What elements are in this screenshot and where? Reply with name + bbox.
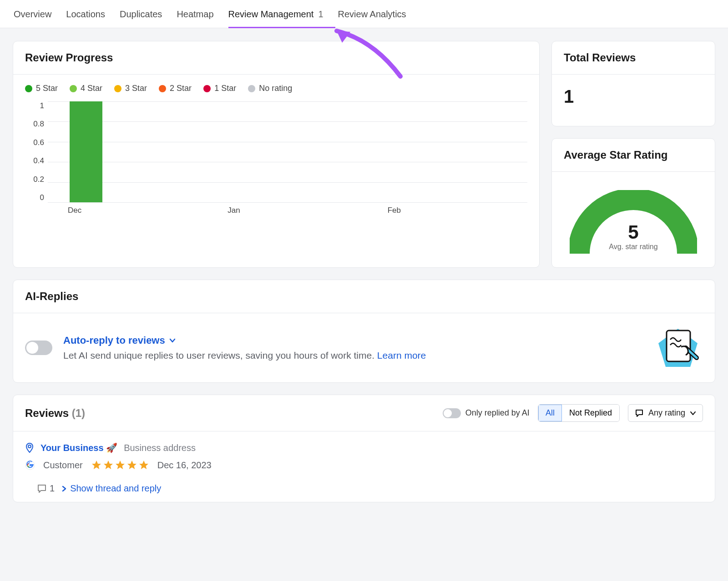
reply-filter-segment: All Not Replied bbox=[538, 404, 620, 422]
review-date: Dec 16, 2023 bbox=[157, 460, 212, 471]
rocket-icon: 🚀 bbox=[106, 443, 117, 453]
star-icon bbox=[115, 460, 126, 471]
business-name-link[interactable]: Your Business 🚀 bbox=[40, 442, 117, 453]
legend-item: 3 Star bbox=[114, 84, 147, 93]
tab-duplicates[interactable]: Duplicates bbox=[120, 0, 162, 28]
reviews-title: Reviews (1) bbox=[25, 407, 85, 420]
chart-bar bbox=[70, 101, 102, 202]
chat-bubble-icon bbox=[635, 409, 644, 418]
map-pin-icon bbox=[25, 443, 34, 453]
legend-item: 5 Star bbox=[25, 84, 58, 93]
tab-badge: 1 bbox=[318, 9, 323, 20]
show-thread-link[interactable]: Show thread and reply bbox=[61, 483, 161, 494]
reviews-card: Reviews (1) Only replied by AI All Not R… bbox=[13, 395, 715, 502]
tab-overview[interactable]: Overview bbox=[14, 0, 51, 28]
only-ai-toggle[interactable] bbox=[443, 408, 461, 418]
learn-more-link[interactable]: Learn more bbox=[377, 350, 426, 361]
legend-item: 4 Star bbox=[70, 84, 102, 93]
avg-rating-value: 5 bbox=[609, 223, 657, 242]
review-progress-chart: 10.80.60.40.20 DecJanFeb bbox=[25, 101, 527, 220]
tab-review-analytics[interactable]: Review Analytics bbox=[338, 0, 406, 28]
customer-name: Customer bbox=[43, 460, 83, 471]
google-icon bbox=[25, 460, 35, 470]
ai-replies-title: AI-Replies bbox=[13, 280, 715, 313]
legend-item: 2 Star bbox=[159, 84, 192, 93]
tab-review-management[interactable]: Review Management 1 bbox=[228, 0, 324, 28]
filter-not-replied-button[interactable]: Not Replied bbox=[562, 405, 619, 421]
chart-legend: 5 Star4 Star3 Star2 Star1 StarNo rating bbox=[25, 84, 527, 93]
star-icon bbox=[91, 460, 102, 471]
ai-illustration-icon bbox=[653, 325, 703, 371]
total-reviews-card: Total Reviews 1 bbox=[551, 41, 715, 126]
tab-locations[interactable]: Locations bbox=[66, 0, 105, 28]
auto-reply-dropdown[interactable]: Auto-reply to reviews bbox=[63, 335, 642, 346]
chevron-down-icon bbox=[690, 410, 696, 416]
ai-replies-card: AI-Replies Auto-reply to reviews Let AI … bbox=[13, 280, 715, 383]
star-icon bbox=[138, 460, 149, 471]
star-icon bbox=[126, 460, 137, 471]
review-progress-title: Review Progress bbox=[13, 41, 539, 75]
tab-bar: Overview Locations Duplicates Heatmap Re… bbox=[0, 0, 728, 28]
review-progress-card: Review Progress 5 Star4 Star3 Star2 Star… bbox=[13, 41, 540, 268]
svg-point-2 bbox=[28, 445, 31, 448]
star-rating bbox=[91, 460, 149, 471]
ai-replies-desc: Let AI send unique replies to user revie… bbox=[63, 350, 642, 361]
only-ai-label: Only replied by AI bbox=[465, 408, 530, 418]
auto-reply-toggle[interactable] bbox=[25, 341, 52, 355]
tab-heatmap[interactable]: Heatmap bbox=[177, 0, 213, 28]
total-reviews-value: 1 bbox=[564, 84, 703, 112]
chevron-right-icon bbox=[61, 486, 67, 492]
business-address: Business address bbox=[124, 443, 196, 453]
avg-rating-title: Average Star Rating bbox=[552, 139, 715, 172]
rating-dropdown[interactable]: Any rating bbox=[628, 404, 703, 422]
star-icon bbox=[103, 460, 114, 471]
legend-item: No rating bbox=[248, 84, 292, 93]
total-reviews-title: Total Reviews bbox=[552, 41, 715, 75]
comment-icon bbox=[37, 484, 47, 494]
avg-rating-sublabel: Avg. star rating bbox=[609, 243, 657, 251]
chevron-down-icon bbox=[169, 337, 176, 344]
avg-rating-card: Average Star Rating 5 Avg. star rating bbox=[551, 138, 715, 268]
legend-item: 1 Star bbox=[203, 84, 236, 93]
thread-count: 1 bbox=[37, 483, 55, 494]
filter-all-button[interactable]: All bbox=[538, 405, 562, 421]
